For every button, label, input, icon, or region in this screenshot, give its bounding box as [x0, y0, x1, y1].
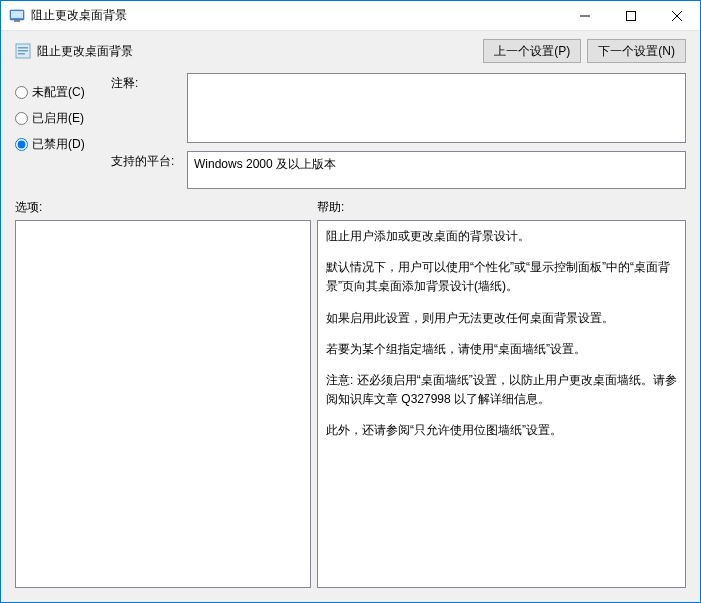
radio-not-configured[interactable]: 未配置(C)	[15, 79, 103, 105]
next-setting-button[interactable]: 下一个设置(N)	[587, 39, 686, 63]
previous-setting-button[interactable]: 上一个设置(P)	[483, 39, 581, 63]
gpedit-policy-dialog: 阻止更改桌面背景 阻止更改桌面背景 上一个设置(P) 下一个设置(N)	[0, 0, 701, 603]
radio-enabled-label: 已启用(E)	[32, 110, 84, 127]
platform-label: 支持的平台:	[111, 151, 181, 170]
comment-label: 注释:	[111, 73, 181, 92]
header-row: 阻止更改桌面背景 上一个设置(P) 下一个设置(N)	[1, 31, 700, 71]
help-paragraph: 此外，还请参阅“只允许使用位图墙纸”设置。	[326, 421, 677, 440]
svg-rect-8	[18, 47, 28, 49]
options-pane	[15, 220, 311, 588]
help-paragraph: 阻止用户添加或更改桌面的背景设计。	[326, 227, 677, 246]
help-paragraph: 默认情况下，用户可以使用“个性化”或“显示控制面板”中的“桌面背景”页向其桌面添…	[326, 258, 677, 296]
radio-not-configured-input[interactable]	[15, 86, 28, 99]
svg-rect-2	[14, 20, 20, 22]
svg-rect-9	[18, 50, 28, 52]
comment-textarea[interactable]	[187, 73, 686, 143]
split-labels: 选项: 帮助:	[1, 199, 700, 220]
radio-enabled-input[interactable]	[15, 112, 28, 125]
state-radio-group: 未配置(C) 已启用(E) 已禁用(D)	[15, 73, 103, 189]
help-pane[interactable]: 阻止用户添加或更改桌面的背景设计。 默认情况下，用户可以使用“个性化”或“显示控…	[317, 220, 686, 588]
titlebar: 阻止更改桌面背景	[1, 1, 700, 31]
svg-rect-1	[11, 11, 23, 18]
lower-split: 阻止用户添加或更改桌面的背景设计。 默认情况下，用户可以使用“个性化”或“显示控…	[1, 220, 700, 602]
svg-rect-10	[18, 53, 25, 55]
maximize-button[interactable]	[608, 1, 654, 31]
radio-disabled-label: 已禁用(D)	[32, 136, 85, 153]
supported-platform-box[interactable]: Windows 2000 及以上版本	[187, 151, 686, 189]
policy-icon	[15, 43, 31, 59]
minimize-button[interactable]	[562, 1, 608, 31]
supported-platform-text: Windows 2000 及以上版本	[194, 157, 336, 171]
window-title: 阻止更改桌面背景	[31, 7, 127, 24]
options-label: 选项:	[15, 199, 317, 216]
fields-col: 注释: 支持的平台: Windows 2000 及以上版本	[111, 73, 686, 189]
app-icon	[9, 8, 25, 24]
config-row: 未配置(C) 已启用(E) 已禁用(D) 注释: 支持的平台: Windows …	[1, 71, 700, 199]
radio-disabled-input[interactable]	[15, 138, 28, 151]
close-button[interactable]	[654, 1, 700, 31]
radio-enabled[interactable]: 已启用(E)	[15, 105, 103, 131]
radio-not-configured-label: 未配置(C)	[32, 84, 85, 101]
policy-title: 阻止更改桌面背景	[37, 43, 133, 60]
help-paragraph: 注意: 还必须启用“桌面墙纸”设置，以防止用户更改桌面墙纸。请参阅知识库文章 Q…	[326, 371, 677, 409]
radio-disabled[interactable]: 已禁用(D)	[15, 131, 103, 157]
svg-rect-4	[627, 11, 636, 20]
help-paragraph: 如果启用此设置，则用户无法更改任何桌面背景设置。	[326, 309, 677, 328]
help-paragraph: 若要为某个组指定墙纸，请使用“桌面墙纸”设置。	[326, 340, 677, 359]
help-label: 帮助:	[317, 199, 344, 216]
